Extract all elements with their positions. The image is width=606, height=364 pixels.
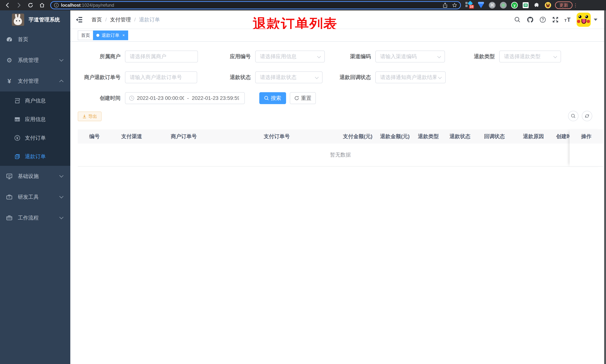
clock-icon (129, 96, 134, 101)
merchant-refund-no-input[interactable] (125, 71, 197, 83)
share-icon[interactable] (443, 3, 448, 8)
github-icon[interactable] (524, 10, 536, 29)
filter-label-merchant-refund-no: 商户退款订单号 (72, 71, 120, 83)
user-avatar[interactable] (577, 13, 591, 27)
sidebar-item-label: 商户信息 (25, 97, 46, 104)
sidebar-item-home[interactable]: 首页 (0, 29, 70, 50)
col-header-channel: 支付渠道 (111, 130, 152, 143)
extension-vue-devtools-icon[interactable]: 10 (464, 0, 475, 10)
breadcrumb-current: 退款订单 (139, 16, 160, 23)
extension-chat-icon[interactable] (520, 0, 531, 10)
yen-icon: ¥ (6, 78, 13, 84)
extensions-puzzle-icon[interactable] (531, 0, 542, 10)
filter-label-app: 应用编号 (206, 51, 251, 63)
tab-close-icon[interactable]: × (122, 33, 125, 38)
extension-emoji-icon[interactable] (542, 0, 553, 10)
briefcase-icon (6, 215, 13, 221)
dashboard-icon (6, 36, 13, 43)
sidebar-item-merchant-info[interactable]: 商户信息 (0, 91, 70, 110)
fullscreen-icon[interactable] (549, 10, 562, 29)
refund-type-select[interactable] (499, 51, 561, 63)
search-icon[interactable] (511, 10, 524, 29)
extension-command-icon[interactable]: ⌘ (487, 0, 498, 10)
browser-extensions-area: 10 ⌘ y 更新 ⋮ (464, 0, 579, 10)
tags-view-bar: 首页 退款订单 × (70, 29, 604, 42)
sidebar-item-system[interactable]: ⚙ 系统管理 (0, 50, 70, 71)
table-header-row: 编号 支付渠道 商户订单号 支付订单号 支付金额(元) 退款金额(元) 退款类型… (78, 130, 603, 143)
sidebar-item-label: 系统管理 (18, 57, 39, 64)
browser-update-button[interactable]: 更新 (555, 1, 573, 9)
browser-forward-button[interactable] (14, 0, 24, 10)
yen-circle-icon (14, 135, 20, 141)
col-header-merchant-order-no: 商户订单号 (152, 130, 215, 143)
sidebar-item-workflow[interactable]: 工作流程 (0, 208, 70, 228)
export-button[interactable]: 导出 (78, 112, 102, 121)
sidebar-item-label: 首页 (18, 36, 28, 43)
extension-record-icon[interactable] (498, 0, 509, 10)
sidebar-item-label: 工作流程 (18, 214, 39, 221)
avatar-caret-icon[interactable] (594, 19, 597, 21)
chevron-down-icon (59, 57, 64, 62)
reset-button[interactable]: 重置 (290, 92, 316, 104)
browser-back-button[interactable] (2, 0, 13, 10)
browser-reload-button[interactable] (25, 0, 36, 10)
sidebar-item-devtools[interactable]: 研发工具 (0, 187, 70, 208)
sidebar-item-label: 研发工具 (18, 194, 39, 201)
font-size-icon[interactable]: TT (562, 10, 574, 29)
sidebar-collapse-icon[interactable] (76, 16, 83, 23)
col-header-id: 编号 (78, 130, 111, 143)
sidebar-item-pay[interactable]: ¥ 支付管理 (0, 71, 70, 91)
sidebar-item-pay-order[interactable]: 支付订单 (0, 129, 70, 147)
browser-menu-icon[interactable]: ⋮ (573, 2, 579, 8)
tab-home[interactable]: 首页 (78, 30, 93, 40)
help-icon[interactable] (536, 10, 549, 29)
tab-label: 退款订单 (102, 32, 119, 38)
breadcrumb-home[interactable]: 首页 (92, 16, 102, 23)
app-select[interactable] (255, 51, 325, 63)
col-header-refund-amount: 退款金额(元) (377, 130, 413, 143)
extension-y-icon[interactable]: y (509, 0, 520, 10)
main-content: 所属商户 应用编号 渠道编码 退款类型 商户退款订单号 退款状态 退款 (70, 42, 604, 364)
callback-status-select[interactable] (375, 71, 446, 83)
browser-home-button[interactable] (37, 0, 47, 10)
table-body: 暂无数据 (78, 143, 603, 167)
tab-label: 首页 (81, 32, 90, 38)
col-header-pay-order-no: 支付订单号 (215, 130, 338, 143)
create-time-range-picker[interactable]: 2022-01-23 00:00:00 - 2022-01-23 23:59:5… (125, 92, 245, 104)
fixed-action-column: 操作 (569, 130, 603, 167)
site-info-icon[interactable] (54, 3, 59, 8)
reset-button-label: 重置 (301, 95, 311, 102)
col-header-callback-status: 回调状态 (476, 130, 513, 143)
breadcrumb-separator: / (105, 17, 107, 23)
show-search-toggle-button[interactable] (568, 111, 579, 121)
col-header-refund-reason: 退款原因 (513, 130, 554, 143)
sidebar-item-app-info[interactable]: 应用信息 (0, 110, 70, 129)
page-scrollbar[interactable] (604, 10, 606, 364)
sidebar-item-infra[interactable]: 基础设施 (0, 166, 70, 187)
tab-refund-order[interactable]: 退款订单 × (93, 30, 128, 40)
merchant-select[interactable] (125, 51, 198, 63)
search-button[interactable]: 搜索 (259, 92, 286, 104)
filter-label-create-time: 创建时间 (76, 92, 120, 104)
export-button-label: 导出 (88, 113, 97, 119)
extension-gem-icon[interactable] (475, 0, 487, 10)
active-dot-icon (96, 34, 99, 37)
sidebar-item-refund-order[interactable]: 退款订单 (0, 147, 70, 166)
app-logo[interactable]: 芋道管理系统 (0, 10, 70, 29)
refund-status-select[interactable] (255, 71, 323, 83)
breadcrumb-pay[interactable]: 支付管理 (110, 16, 131, 23)
url-path: :1024/pay/refund (80, 3, 114, 8)
screen: localhost:1024/pay/refund 10 ⌘ y 更新 (0, 0, 606, 364)
bookmark-star-icon[interactable] (452, 3, 457, 8)
sidebar-item-label: 基础设施 (18, 173, 39, 180)
browser-address-bar[interactable]: localhost:1024/pay/refund (50, 1, 461, 9)
refresh-table-button[interactable] (582, 111, 592, 121)
toolbox-icon (6, 194, 13, 200)
sidebar-item-label: 支付管理 (18, 78, 39, 85)
navbar-actions: TT (511, 10, 597, 29)
refund-table: 编号 支付渠道 商户订单号 支付订单号 支付金额(元) 退款金额(元) 退款类型… (78, 130, 603, 167)
channel-select[interactable] (375, 51, 445, 63)
app-title: 芋道管理系统 (29, 16, 60, 23)
filter-label-refund-status: 退款状态 (206, 71, 251, 83)
url-host: localhost (61, 3, 80, 8)
